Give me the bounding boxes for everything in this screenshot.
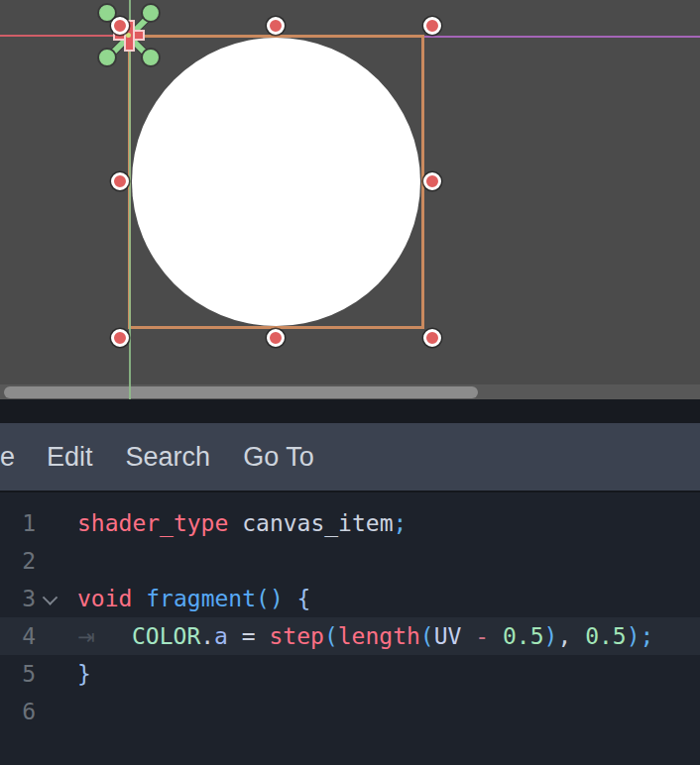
code-token: ; bbox=[394, 510, 408, 536]
line-number: 4 bbox=[0, 623, 36, 649]
script-editor-menubar: e Edit Search Go To bbox=[0, 423, 700, 492]
line-number: 3 bbox=[0, 586, 36, 611]
code-text: shader_type canvas_item; bbox=[77, 510, 407, 536]
resize-handle-mid-right[interactable] bbox=[423, 172, 441, 190]
code-text: ⇥COLOR.a = step(length(UV - 0.5), 0.5); bbox=[77, 623, 653, 649]
godot-editor-window: e Edit Search Go To 1shader_type canvas_… bbox=[0, 0, 700, 765]
gizmo-knob-ne[interactable] bbox=[141, 3, 161, 23]
circle-sprite[interactable] bbox=[132, 38, 420, 326]
ruler-guide-line[interactable] bbox=[423, 36, 700, 38]
code-token bbox=[489, 623, 503, 649]
code-token: - bbox=[475, 623, 489, 649]
code-token: . bbox=[200, 623, 214, 649]
code-line[interactable]: 3void fragment() { bbox=[0, 580, 700, 617]
code-token: = bbox=[228, 623, 270, 649]
resize-handle-mid-left[interactable] bbox=[111, 172, 129, 190]
y-axis-line bbox=[129, 0, 131, 399]
code-line[interactable]: 4⇥COLOR.a = step(length(UV - 0.5), 0.5); bbox=[0, 617, 700, 655]
code-token: , bbox=[557, 623, 571, 649]
code-token: 0.5 bbox=[585, 623, 627, 649]
code-token: { bbox=[297, 586, 311, 611]
line-number: 2 bbox=[0, 548, 36, 574]
menu-item-goto[interactable]: Go To bbox=[243, 442, 314, 473]
resize-handle-bottom-left[interactable] bbox=[111, 329, 129, 347]
code-token: COLOR bbox=[132, 623, 200, 649]
code-token: a bbox=[214, 623, 228, 649]
panel-divider bbox=[0, 399, 700, 423]
canvas-viewport[interactable] bbox=[0, 0, 700, 399]
code-line[interactable]: 6 bbox=[0, 693, 700, 730]
code-token: ) bbox=[544, 623, 558, 649]
code-token bbox=[228, 510, 242, 536]
line-number: 5 bbox=[0, 661, 36, 687]
code-token: ) bbox=[627, 623, 641, 649]
horizontal-scrollbar-thumb[interactable] bbox=[4, 386, 478, 398]
code-token: 0.5 bbox=[503, 623, 544, 649]
code-token: void bbox=[77, 586, 132, 611]
code-token: ; bbox=[641, 623, 654, 649]
resize-handle-bottom-center[interactable] bbox=[267, 329, 285, 347]
code-token: ( bbox=[324, 623, 338, 649]
code-token: length bbox=[338, 623, 420, 649]
x-axis-line bbox=[0, 35, 129, 37]
line-number: 1 bbox=[0, 510, 36, 536]
menu-item-search[interactable]: Search bbox=[126, 442, 211, 473]
resize-handle-top-left[interactable] bbox=[111, 17, 129, 35]
gizmo-knob-se[interactable] bbox=[141, 48, 161, 67]
menu-item-edit[interactable]: Edit bbox=[47, 442, 93, 473]
code-token: step bbox=[270, 623, 324, 649]
code-token bbox=[571, 623, 585, 649]
code-token bbox=[132, 586, 146, 611]
resize-handle-top-center[interactable] bbox=[267, 17, 285, 35]
resize-handle-bottom-right[interactable] bbox=[423, 329, 441, 347]
code-token: UV bbox=[434, 623, 462, 649]
code-token bbox=[284, 586, 297, 611]
code-text: } bbox=[77, 661, 91, 687]
pivot-dot bbox=[126, 33, 131, 38]
resize-handle-top-right[interactable] bbox=[423, 17, 441, 35]
code-lines: 1shader_type canvas_item;23void fragment… bbox=[0, 504, 700, 730]
code-token: fragment bbox=[146, 586, 256, 611]
code-line[interactable]: 2 bbox=[0, 542, 700, 580]
code-token: canvas_item bbox=[242, 510, 393, 536]
line-number: 6 bbox=[0, 699, 36, 724]
menu-item-file-partial[interactable]: e bbox=[0, 442, 15, 473]
tab-indicator-icon: ⇥ bbox=[77, 625, 132, 649]
code-token: shader_type bbox=[77, 510, 228, 536]
code-text: void fragment() { bbox=[77, 586, 310, 611]
shader-code-editor[interactable]: 1shader_type canvas_item;23void fragment… bbox=[0, 492, 700, 765]
code-token bbox=[461, 623, 475, 649]
code-line[interactable]: 5} bbox=[0, 655, 700, 693]
gizmo-knob-sw[interactable] bbox=[97, 48, 117, 67]
chevron-down-icon bbox=[42, 590, 58, 605]
code-token: ( bbox=[420, 623, 434, 649]
code-token: () bbox=[256, 586, 284, 611]
code-token: } bbox=[77, 661, 91, 687]
code-line[interactable]: 1shader_type canvas_item; bbox=[0, 504, 700, 542]
fold-chevron-icon[interactable] bbox=[36, 594, 63, 604]
